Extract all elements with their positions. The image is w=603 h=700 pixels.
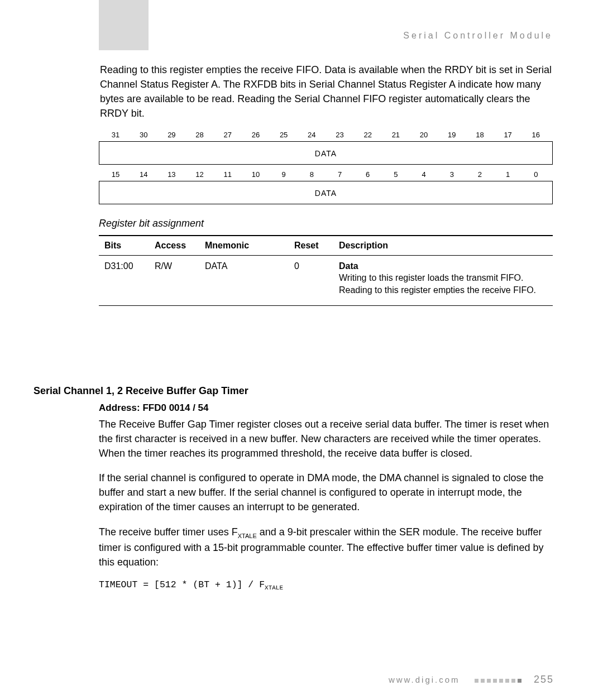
bit-number: 2: [467, 170, 492, 179]
desc-line-1: Writing to this register loads the trans…: [339, 273, 547, 283]
bit-number: 26: [243, 131, 268, 139]
bit-number: 22: [356, 131, 380, 139]
bit-number: 27: [216, 131, 240, 139]
bit-row-lower: 1514131211109876543210: [99, 170, 553, 181]
bit-number: 28: [188, 131, 212, 139]
address-line: Address: FFD0 0014 / 54: [99, 402, 553, 414]
bit-number: 8: [299, 170, 324, 179]
bit-number: 30: [131, 131, 156, 139]
bit-number: 0: [524, 170, 548, 179]
bit-number: 29: [159, 131, 184, 139]
bit-diagram: 31302928272625242322212019181716 DATA 15…: [99, 131, 553, 204]
bit-number: 24: [299, 131, 324, 139]
bit-number: 14: [131, 170, 156, 179]
bit-number: 15: [103, 170, 128, 179]
bit-number: 31: [103, 131, 128, 139]
desc-title: Data: [339, 261, 547, 271]
section-title: Serial Channel 1, 2 Receive Buffer Gap T…: [34, 385, 553, 397]
bit-number: 18: [467, 131, 492, 139]
bit-number: 19: [439, 131, 464, 139]
bit-number: 6: [356, 170, 380, 179]
bit-number: 3: [439, 170, 464, 179]
cell-bits: D31:00: [99, 256, 149, 306]
bit-number: 11: [216, 170, 240, 179]
bit-field-lower: DATA: [99, 181, 553, 204]
desc-line-2: Reading to this register empties the rec…: [339, 285, 547, 295]
header-band: [99, 0, 149, 50]
col-description: Description: [333, 236, 553, 256]
page-number: 255: [534, 674, 554, 685]
bit-field-upper: DATA: [99, 141, 553, 165]
bit-number: 7: [328, 170, 352, 179]
subscript-xtale-eq: XTALE: [265, 585, 283, 592]
bit-number: 21: [384, 131, 408, 139]
bit-number: 12: [188, 170, 212, 179]
bit-number: 1: [496, 170, 520, 179]
equation: TIMEOUT = [512 * (BT + 1)] / FXTALE: [99, 579, 553, 591]
col-reset: Reset: [289, 236, 333, 256]
intro-paragraph: Reading to this register empties the rec…: [100, 63, 553, 121]
col-mnemonic: Mnemonic: [199, 236, 289, 256]
col-bits: Bits: [99, 236, 149, 256]
cell-reset: 0: [289, 256, 333, 306]
register-table: Bits Access Mnemonic Reset Description D…: [99, 235, 553, 306]
footer-dots: [473, 675, 526, 684]
section2-para3: The receive buffer timer uses FXTALE and…: [99, 525, 553, 570]
header-title: Serial Controller Module: [403, 31, 553, 41]
bit-number: 10: [243, 170, 268, 179]
cell-mnemonic: DATA: [199, 256, 289, 306]
bit-number: 13: [159, 170, 184, 179]
bit-number: 20: [411, 131, 436, 139]
cell-description: Data Writing to this register loads the …: [333, 256, 553, 306]
col-access: Access: [149, 236, 199, 256]
section2-para2: If the serial channel is configured to o…: [99, 471, 553, 514]
cell-access: R/W: [149, 256, 199, 306]
bit-number: 4: [411, 170, 436, 179]
bit-number: 16: [524, 131, 548, 139]
register-assignment-heading: Register bit assignment: [99, 218, 553, 229]
footer-url: www.digi.com: [389, 675, 460, 684]
bit-number: 9: [271, 170, 296, 179]
footer: www.digi.com 255: [389, 674, 554, 685]
subscript-xtale: XTALE: [238, 532, 257, 539]
table-row: D31:00 R/W DATA 0 Data Writing to this r…: [99, 256, 553, 306]
bit-number: 25: [271, 131, 296, 139]
section2-para1: The Receive Buffer Gap Timer register cl…: [99, 417, 553, 461]
bit-row-upper: 31302928272625242322212019181716: [99, 131, 553, 141]
bit-number: 5: [384, 170, 408, 179]
bit-number: 23: [328, 131, 352, 139]
bit-number: 17: [496, 131, 520, 139]
